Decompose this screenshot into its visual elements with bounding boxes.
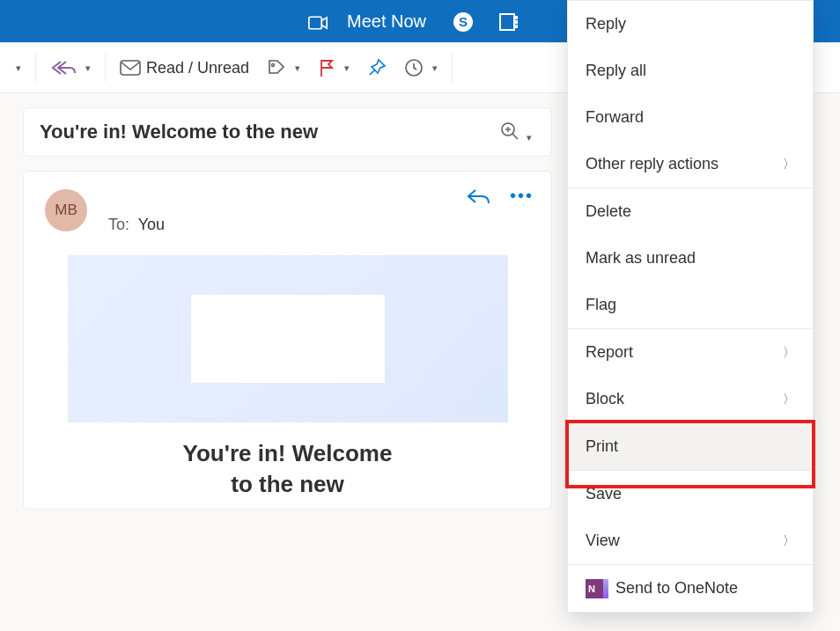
- menu-delete[interactable]: Delete: [568, 188, 813, 235]
- zoom-button[interactable]: ▾: [497, 121, 535, 143]
- zoom-in-icon: [500, 121, 519, 141]
- chevron-down-icon: ▾: [85, 62, 91, 74]
- divider: [105, 54, 106, 82]
- menu-reply-all[interactable]: Reply all: [568, 48, 813, 94]
- menu-view[interactable]: View 〉: [568, 517, 813, 564]
- onenote-titlebar-icon[interactable]: [498, 11, 519, 33]
- chevron-right-icon: 〉: [783, 392, 795, 407]
- message-card: ••• MB To: You You're in! Welcome to the…: [23, 171, 552, 510]
- svg-rect-3: [500, 14, 514, 30]
- onenote-icon: N: [586, 579, 605, 598]
- pin-icon: [367, 58, 387, 77]
- divider: [35, 54, 36, 82]
- to-value: You: [138, 216, 165, 233]
- email-hero-title: You're in! Welcome to the new: [45, 438, 530, 500]
- toolbar-overflow-left[interactable]: ▾: [4, 43, 30, 92]
- more-actions-button[interactable]: •••: [510, 186, 534, 206]
- svg-rect-4: [514, 16, 518, 19]
- menu-save[interactable]: Save: [568, 471, 813, 517]
- menu-send-to-onenote[interactable]: N Send to OneNote: [568, 565, 813, 612]
- svg-rect-7: [121, 61, 140, 75]
- chevron-right-icon: 〉: [783, 157, 795, 172]
- chevron-down-icon: ▾: [344, 62, 350, 74]
- menu-report[interactable]: Report 〉: [568, 329, 813, 376]
- to-label: To:: [108, 216, 129, 233]
- sender-avatar: MB: [45, 189, 87, 231]
- flag-button[interactable]: ▾: [309, 43, 358, 92]
- menu-forward[interactable]: Forward: [568, 94, 813, 141]
- menu-mark-as-unread[interactable]: Mark as unread: [568, 235, 813, 282]
- categorize-button[interactable]: ▾: [258, 43, 309, 92]
- chevron-down-icon: ▾: [16, 62, 21, 74]
- tag-icon: [267, 58, 286, 77]
- reply-all-icon: [50, 59, 77, 77]
- chevron-right-icon: 〉: [783, 533, 795, 549]
- hero-logo-placeholder: [191, 295, 385, 383]
- chevron-down-icon: ▾: [527, 132, 532, 143]
- chevron-right-icon: 〉: [783, 345, 795, 361]
- flag-icon: [318, 58, 335, 77]
- menu-reply[interactable]: Reply: [568, 1, 813, 48]
- reply-icon[interactable]: [466, 187, 490, 205]
- svg-rect-0: [309, 17, 321, 29]
- skype-icon[interactable]: S: [453, 11, 474, 33]
- svg-point-8: [272, 64, 275, 67]
- reply-all-split-button[interactable]: ▾: [41, 43, 99, 92]
- message-quick-actions: •••: [466, 186, 534, 206]
- email-subject: You're in! Welcome to the new: [40, 121, 497, 143]
- meet-now-button[interactable]: Meet Now: [347, 11, 426, 32]
- svg-rect-5: [514, 20, 518, 24]
- svg-text:S: S: [459, 14, 468, 29]
- menu-print[interactable]: Print: [568, 423, 813, 470]
- chevron-down-icon: ▾: [432, 62, 438, 74]
- snooze-button[interactable]: ▾: [395, 43, 446, 92]
- menu-flag[interactable]: Flag: [568, 282, 813, 328]
- video-camera-icon: [308, 15, 328, 29]
- divider: [452, 54, 453, 82]
- envelope-icon: [120, 60, 141, 76]
- chevron-down-icon: ▾: [295, 62, 300, 74]
- menu-block[interactable]: Block 〉: [568, 376, 813, 422]
- menu-other-reply-actions[interactable]: Other reply actions 〉: [568, 141, 813, 187]
- email-hero-banner: [68, 255, 508, 422]
- svg-rect-6: [514, 25, 518, 28]
- pin-button[interactable]: [358, 43, 395, 92]
- message-context-menu: Reply Reply all Forward Other reply acti…: [567, 0, 814, 613]
- to-line: To: You: [108, 216, 165, 234]
- read-unread-label: Read / Unread: [146, 59, 249, 77]
- subject-card: You're in! Welcome to the new ▾: [23, 107, 552, 157]
- clock-icon: [404, 58, 424, 77]
- read-unread-button[interactable]: Read / Unread: [111, 43, 258, 92]
